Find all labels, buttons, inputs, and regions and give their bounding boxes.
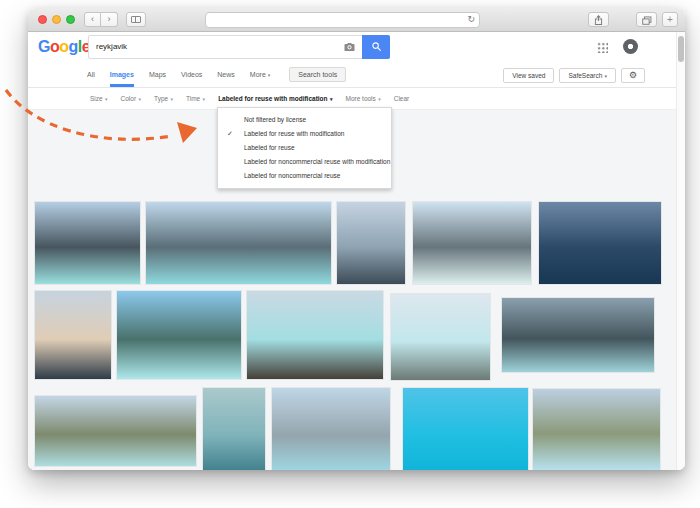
image-thumbnail-11[interactable] bbox=[35, 396, 196, 466]
search-query-text: reykjavik bbox=[96, 36, 127, 58]
chevron-down-icon: ▾ bbox=[104, 96, 108, 102]
search-icon bbox=[371, 41, 382, 52]
view-saved-label: View saved bbox=[512, 72, 545, 79]
close-window-button[interactable] bbox=[38, 15, 47, 24]
history-nav-group: ‹ › bbox=[84, 12, 118, 27]
filter-type[interactable]: Type ▾ bbox=[154, 95, 173, 102]
safesearch-label: SafeSearch bbox=[568, 72, 602, 79]
image-thumbnail-10[interactable] bbox=[502, 298, 654, 372]
image-thumbnail-1[interactable] bbox=[35, 202, 140, 284]
zoom-window-button[interactable] bbox=[66, 15, 75, 24]
back-icon: ‹ bbox=[91, 14, 94, 24]
search-submit-button[interactable] bbox=[362, 35, 390, 59]
new-tab-button[interactable]: + bbox=[662, 12, 678, 27]
logo-letter: g bbox=[69, 38, 78, 55]
tab-label: Images bbox=[110, 71, 134, 78]
safesearch-button[interactable]: SafeSearch▾ bbox=[559, 68, 615, 83]
refresh-icon[interactable]: ↻ bbox=[467, 14, 475, 24]
google-logo[interactable]: Google bbox=[38, 38, 90, 56]
tab-images[interactable]: Images bbox=[110, 62, 134, 87]
image-thumbnail-7[interactable] bbox=[117, 291, 241, 379]
filter-label: Clear bbox=[394, 95, 410, 102]
chevron-down-icon: ▾ bbox=[137, 96, 141, 102]
menu-item-labeled-for-reuse-with-modification[interactable]: ✓Labeled for reuse with modification bbox=[218, 127, 391, 141]
menu-item-label: Labeled for noncommercial reuse bbox=[244, 172, 340, 179]
filter-label: Labeled for reuse with modification bbox=[218, 95, 327, 102]
page-scrollbar-thumb[interactable] bbox=[678, 36, 684, 62]
chevron-down-icon: ▾ bbox=[377, 96, 381, 102]
logo-letter: o bbox=[50, 38, 59, 55]
tabs-overview-icon bbox=[642, 16, 652, 25]
tab-label: News bbox=[217, 71, 235, 78]
forward-icon: › bbox=[108, 14, 111, 24]
tab-label: Videos bbox=[181, 71, 202, 78]
license-filter-dropdown: Not filtered by license✓Labeled for reus… bbox=[217, 107, 392, 189]
settings-button[interactable]: ⚙ bbox=[621, 68, 645, 83]
forward-button[interactable]: › bbox=[101, 12, 118, 27]
screenshot-stage: ‹ › ↻ bbox=[0, 0, 700, 508]
logo-letter: G bbox=[38, 38, 50, 55]
menu-item-labeled-for-noncommercial-reuse[interactable]: Labeled for noncommercial reuse bbox=[218, 169, 391, 183]
browser-window: ‹ › ↻ bbox=[28, 8, 685, 470]
image-thumbnail-4[interactable] bbox=[413, 202, 531, 284]
gear-icon: ⚙ bbox=[629, 70, 637, 80]
menu-item-not-filtered-by-license[interactable]: Not filtered by license bbox=[218, 113, 391, 127]
image-thumbnail-12[interactable] bbox=[203, 388, 265, 470]
menu-item-label: Labeled for reuse bbox=[244, 144, 295, 151]
image-thumbnail-14[interactable] bbox=[403, 388, 528, 470]
menu-item-labeled-for-noncommercial-reuse-with-modification[interactable]: Labeled for noncommercial reuse with mod… bbox=[218, 155, 391, 169]
tab-label: More bbox=[250, 71, 266, 78]
image-thumbnail-8[interactable] bbox=[247, 291, 383, 379]
page-scrollbar-track[interactable] bbox=[676, 32, 685, 470]
filter-size[interactable]: Size ▾ bbox=[90, 95, 108, 102]
filter-label: Color bbox=[121, 95, 137, 102]
filter-color[interactable]: Color ▾ bbox=[121, 95, 141, 102]
camera-search-icon[interactable] bbox=[344, 42, 355, 52]
sidebar-button[interactable] bbox=[126, 12, 146, 27]
image-thumbnail-5[interactable] bbox=[539, 202, 661, 284]
image-thumbnail-13[interactable] bbox=[272, 388, 390, 470]
chevron-down-icon: ▾ bbox=[604, 73, 607, 79]
google-header: Google reykjavik bbox=[28, 32, 685, 62]
show-all-tabs-button[interactable] bbox=[636, 12, 657, 27]
minimize-window-button[interactable] bbox=[52, 15, 61, 24]
filter-more-tools[interactable]: More tools ▾ bbox=[345, 95, 380, 102]
tab-videos[interactable]: Videos bbox=[181, 62, 202, 87]
back-button[interactable]: ‹ bbox=[84, 12, 101, 27]
share-icon bbox=[594, 15, 603, 25]
tab-news[interactable]: News bbox=[217, 62, 235, 87]
menu-item-label: Labeled for noncommercial reuse with mod… bbox=[244, 158, 390, 165]
tab-label: Maps bbox=[149, 71, 166, 78]
nav-tabs: AllImagesMapsVideosNewsMore▾ bbox=[87, 62, 285, 87]
filter-label: More tools bbox=[345, 95, 375, 102]
menu-item-labeled-for-reuse[interactable]: Labeled for reuse bbox=[218, 141, 391, 155]
menu-item-label: Not filtered by license bbox=[244, 116, 306, 123]
chevron-down-icon: ▾ bbox=[268, 72, 271, 78]
avatar[interactable] bbox=[623, 39, 638, 54]
menu-item-label: Labeled for reuse with modification bbox=[244, 130, 344, 137]
tab-all[interactable]: All bbox=[87, 62, 95, 87]
tab-maps[interactable]: Maps bbox=[149, 62, 166, 87]
image-thumbnail-15[interactable] bbox=[533, 389, 660, 470]
image-thumbnail-6[interactable] bbox=[35, 291, 111, 379]
search-box[interactable]: reykjavik bbox=[88, 35, 390, 59]
share-button[interactable] bbox=[588, 12, 609, 27]
filter-time[interactable]: Time ▾ bbox=[186, 95, 205, 102]
page-content: Google reykjavik bbox=[28, 32, 685, 470]
image-thumbnail-3[interactable] bbox=[337, 202, 405, 284]
checkmark-icon: ✓ bbox=[227, 127, 233, 141]
tab-label: All bbox=[87, 71, 95, 78]
chevron-down-icon: ▾ bbox=[329, 96, 333, 102]
image-thumbnail-9[interactable] bbox=[391, 294, 490, 380]
browser-titlebar: ‹ › ↻ bbox=[28, 8, 685, 32]
results-navbar: AllImagesMapsVideosNewsMore▾ Search tool… bbox=[28, 62, 685, 88]
address-bar[interactable]: ↻ bbox=[205, 12, 480, 28]
apps-grid-icon[interactable] bbox=[597, 42, 608, 53]
plus-icon: + bbox=[667, 14, 673, 25]
view-saved-button[interactable]: View saved bbox=[503, 68, 554, 83]
tab-more[interactable]: More▾ bbox=[250, 62, 270, 87]
search-tools-button[interactable]: Search tools bbox=[289, 67, 346, 82]
filter-labeled-for-reuse-with-modification[interactable]: Labeled for reuse with modification ▾ bbox=[218, 95, 332, 102]
image-thumbnail-2[interactable] bbox=[146, 202, 331, 284]
filter-clear[interactable]: Clear bbox=[394, 95, 410, 102]
